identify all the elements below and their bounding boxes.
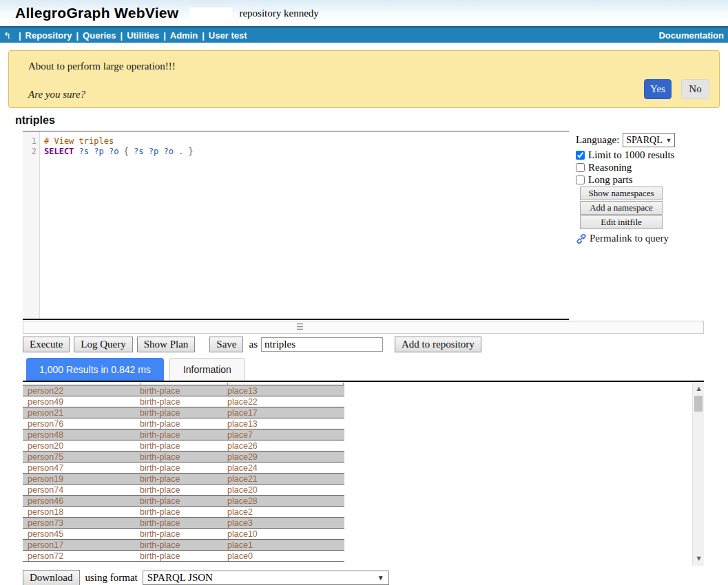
object-cell[interactable]: place21	[227, 474, 344, 484]
subject-cell[interactable]: person48	[23, 429, 140, 440]
code-token-punct: {	[118, 147, 134, 156]
subject-cell[interactable]: person17	[23, 540, 140, 550]
subject-cell[interactable]: person46	[23, 496, 140, 506]
option-long-parts[interactable]: Long parts	[576, 174, 723, 186]
predicate-cell[interactable]: birth-place	[140, 451, 227, 462]
checkbox[interactable]	[576, 176, 585, 184]
object-cell[interactable]: place2	[227, 507, 344, 517]
results-scrollbar[interactable]: ▲ ▼	[692, 382, 704, 566]
object-cell[interactable]: place1	[227, 540, 344, 550]
object-cell[interactable]: place0	[227, 551, 344, 561]
object-cell[interactable]: place24	[227, 462, 344, 473]
tab-results[interactable]: 1,000 Results in 0.842 ms	[26, 358, 164, 381]
chevron-down-icon: ▼	[377, 574, 384, 582]
results-panel: person22birth-placeplace13person49birth-…	[23, 381, 704, 566]
show-plan-button[interactable]: Show Plan	[137, 337, 196, 352]
checkbox[interactable]	[576, 163, 585, 172]
edit-initfile-button[interactable]: Edit initfile	[580, 215, 663, 229]
code-token-variable: ?s ?p ?o	[79, 147, 119, 156]
subject-cell[interactable]: person49	[23, 396, 140, 407]
predicate-cell[interactable]: birth-place	[140, 396, 227, 407]
editor-resize-handle[interactable]: ☰	[23, 321, 704, 334]
subject-cell[interactable]: person20	[23, 440, 140, 451]
object-cell[interactable]: place22	[227, 396, 344, 407]
object-cell[interactable]: place3	[227, 518, 344, 528]
scroll-down-icon[interactable]: ▼	[693, 553, 704, 564]
alert-question: Are you sure?	[28, 89, 85, 100]
nav-item-documentation[interactable]: Documentation	[658, 30, 724, 41]
code-token-comment: # View triples	[44, 136, 114, 146]
predicate-cell[interactable]: birth-place	[140, 485, 227, 495]
object-cell[interactable]: place13	[227, 385, 344, 396]
code-token-punct	[74, 147, 79, 156]
execute-button[interactable]: Execute	[23, 337, 70, 352]
subject-cell[interactable]: person22	[23, 385, 140, 396]
show-namespaces-button[interactable]: Show namespaces	[580, 187, 663, 200]
predicate-cell[interactable]: birth-place	[140, 474, 227, 484]
subject-cell[interactable]: person74	[23, 485, 140, 495]
log-query-button[interactable]: Log Query	[74, 337, 132, 352]
object-cell[interactable]: place20	[227, 485, 344, 495]
subject-cell[interactable]: person19	[23, 474, 140, 484]
predicate-cell[interactable]: birth-place	[140, 551, 227, 561]
query-editor[interactable]: 12 # View triplesSELECT ?s ?p ?o { ?s ?p…	[23, 131, 569, 320]
table-row: person19birth-placeplace21	[23, 474, 344, 485]
predicate-cell[interactable]: birth-place	[140, 462, 227, 473]
back-arrow-icon[interactable]: ↰	[3, 30, 11, 41]
subject-cell[interactable]: person18	[23, 507, 140, 517]
subject-cell[interactable]: person45	[23, 529, 140, 539]
download-button[interactable]: Download	[23, 570, 80, 585]
predicate-cell[interactable]: birth-place	[140, 429, 227, 440]
predicate-cell[interactable]: birth-place	[140, 496, 227, 506]
table-row: person75birth-placeplace29	[23, 451, 344, 462]
object-cell[interactable]: place29	[227, 451, 344, 462]
language-select[interactable]: SPARQL ▼	[623, 133, 675, 147]
nav-item-user-test[interactable]: User test	[209, 30, 247, 41]
predicate-cell[interactable]: birth-place	[140, 540, 227, 550]
object-cell[interactable]: place7	[227, 429, 344, 440]
nav-separator: |	[202, 30, 205, 41]
scrollbar-thumb[interactable]	[694, 396, 703, 412]
subject-cell[interactable]: person76	[23, 418, 140, 429]
nav-item-admin[interactable]: Admin	[170, 30, 198, 41]
predicate-cell[interactable]: birth-place	[140, 407, 227, 418]
language-label: Language:	[576, 134, 619, 146]
predicate-cell[interactable]: birth-place	[140, 507, 227, 517]
predicate-cell[interactable]: birth-place	[140, 440, 227, 451]
predicate-cell[interactable]: birth-place	[140, 529, 227, 539]
save-button[interactable]: Save	[209, 337, 243, 352]
add-a-namespace-button[interactable]: Add a namespace	[580, 201, 663, 215]
predicate-cell[interactable]: birth-place	[140, 418, 227, 429]
object-cell[interactable]: place26	[227, 440, 344, 451]
subject-cell[interactable]: person47	[23, 462, 140, 473]
predicate-cell[interactable]: birth-place	[140, 518, 227, 528]
subject-cell[interactable]: person72	[23, 551, 140, 561]
code-line: SELECT ?s ?p ?o { ?s ?p ?o . }	[44, 147, 194, 157]
subject-cell[interactable]: person21	[23, 407, 140, 418]
scroll-up-icon[interactable]: ▲	[693, 383, 704, 394]
object-cell[interactable]: place28	[227, 496, 344, 506]
code-token-keyword: SELECT	[44, 147, 74, 156]
nav-item-repository[interactable]: Repository	[25, 30, 72, 41]
option-reasoning[interactable]: Reasoning	[576, 162, 723, 173]
object-cell[interactable]: place17	[227, 407, 344, 418]
save-name-input[interactable]	[261, 337, 383, 352]
no-button[interactable]: No	[681, 79, 709, 99]
option-limit-to-1000-results[interactable]: Limit to 1000 results	[576, 149, 723, 161]
subject-cell[interactable]: person73	[23, 518, 140, 528]
checkbox[interactable]	[576, 151, 585, 160]
code-token-variable: ?s ?p ?o	[134, 147, 174, 156]
editor-code[interactable]: # View triplesSELECT ?s ?p ?o { ?s ?p ?o…	[40, 131, 194, 319]
download-format-select[interactable]: SPARQL JSON ▼	[143, 571, 389, 585]
nav-item-queries[interactable]: Queries	[83, 30, 116, 41]
add-to-repository-button[interactable]: Add to repository	[395, 337, 481, 352]
predicate-cell[interactable]: birth-place	[140, 385, 227, 396]
subject-cell[interactable]: person75	[23, 451, 140, 462]
nav-item-utilities[interactable]: Utilities	[127, 30, 159, 41]
object-cell[interactable]: place13	[227, 418, 344, 429]
permalink-to-query-link[interactable]: Permalink to query	[576, 233, 723, 244]
code-line: # View triples	[44, 136, 194, 147]
yes-button[interactable]: Yes	[644, 79, 672, 99]
object-cell[interactable]: place10	[227, 529, 344, 539]
tab-information[interactable]: Information	[169, 358, 245, 381]
